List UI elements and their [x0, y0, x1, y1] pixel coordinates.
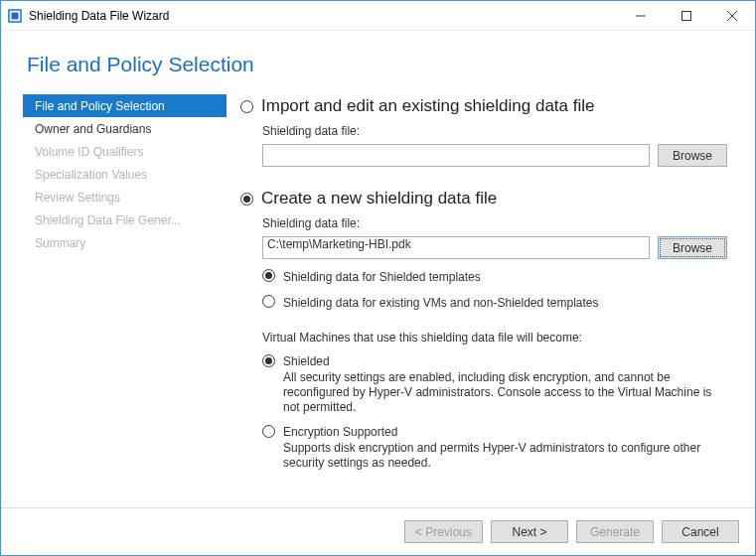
- nav-owner-and-guardians[interactable]: Owner and Guardians: [23, 117, 227, 140]
- policy-shielded-radio[interactable]: [262, 354, 275, 367]
- import-radio[interactable]: [240, 100, 253, 113]
- nav-file-generation: Shielding Data File Gener...: [23, 208, 227, 231]
- policy-encryption-name: Encryption Supported: [283, 425, 727, 439]
- nav-volume-id-qualifiers: Volume ID Qualifiers: [23, 140, 227, 163]
- nav-summary: Summary: [23, 231, 227, 254]
- maximize-button[interactable]: [664, 1, 709, 31]
- nav-specialization-values: Specialization Values: [23, 163, 227, 186]
- nav-review-settings: Review Settings: [23, 186, 227, 208]
- previous-button: < Previous: [404, 520, 483, 543]
- template-shielded-radio[interactable]: [262, 269, 275, 282]
- import-browse-button[interactable]: Browse: [658, 144, 727, 167]
- import-file-label: Shielding data file:: [262, 124, 727, 138]
- create-file-label: Shielding data file:: [262, 216, 727, 230]
- template-shielded-label: Shielding data for Shielded templates: [283, 269, 481, 285]
- policy-shielded-name: Shielded: [283, 354, 727, 368]
- titlebar: Shielding Data File Wizard: [1, 1, 755, 31]
- template-nonshielded-radio[interactable]: [262, 295, 275, 308]
- template-nonshielded-label: Shielding data for existing VMs and non-…: [283, 295, 599, 311]
- vm-note: Virtual Machines that use this shielding…: [262, 331, 727, 345]
- create-browse-button[interactable]: Browse: [658, 236, 727, 259]
- wizard-footer: < Previous Next > Generate Cancel: [1, 507, 755, 555]
- wizard-content: Import and edit an existing shielding da…: [227, 94, 733, 507]
- page-title: File and Policy Selection: [27, 53, 733, 76]
- create-section-title: Create a new shielding data file: [261, 189, 497, 208]
- import-section-title: Import and edit an existing shielding da…: [261, 96, 594, 116]
- policy-encryption-radio[interactable]: [262, 425, 275, 438]
- svg-rect-1: [12, 12, 19, 19]
- window-title: Shielding Data File Wizard: [29, 9, 169, 23]
- policy-shielded-desc: All security settings are enabled, inclu…: [283, 370, 727, 415]
- cancel-button[interactable]: Cancel: [662, 520, 739, 543]
- next-button[interactable]: Next >: [491, 520, 568, 543]
- import-file-input[interactable]: [262, 144, 650, 167]
- svg-rect-3: [682, 11, 691, 20]
- minimize-button[interactable]: [618, 1, 664, 31]
- wizard-sidebar: File and Policy Selection Owner and Guar…: [23, 94, 227, 507]
- generate-button: Generate: [576, 520, 654, 543]
- create-radio[interactable]: [240, 193, 253, 206]
- nav-file-and-policy[interactable]: File and Policy Selection: [23, 94, 227, 117]
- create-file-input[interactable]: C:\temp\Marketing-HBI.pdk: [262, 236, 650, 259]
- close-button[interactable]: [709, 1, 755, 31]
- app-icon: [7, 8, 23, 24]
- policy-encryption-desc: Supports disk encryption and permits Hyp…: [283, 441, 727, 471]
- wizard-window: Shielding Data File Wizard File and Poli…: [0, 0, 756, 556]
